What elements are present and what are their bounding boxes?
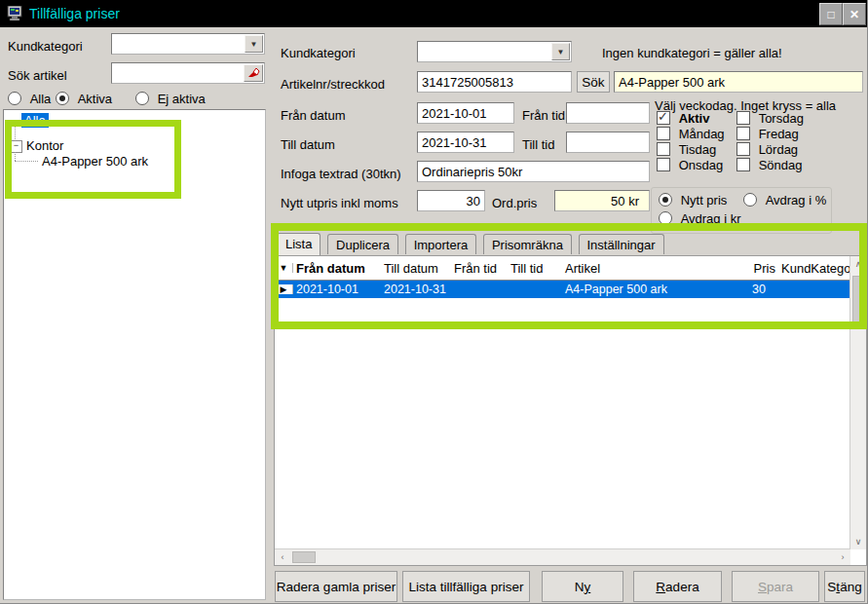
artikel-name-field[interactable]: A4-Papper 500 ark xyxy=(614,71,863,93)
fran-tid-input[interactable] xyxy=(566,102,650,124)
table-row[interactable]: ▶ 2021-10-01 2021-10-31 A4-Papper 500 ar… xyxy=(275,281,850,298)
nytt-utpris-label: Nytt utpris inkl moms xyxy=(281,196,398,210)
tab-strip: Lista Duplicera Importera Prisomräkna In… xyxy=(277,234,667,256)
scroll-left-icon[interactable]: ‹ xyxy=(277,549,288,565)
ny-button[interactable]: Ny xyxy=(542,571,623,602)
filter-radio-aktiva[interactable]: Aktiva xyxy=(56,92,112,106)
checkbox-onsdag[interactable]: Onsdag xyxy=(657,158,723,172)
price-list-panel: ▼ Från datum Till datum Från tid Till ti… xyxy=(274,255,867,566)
checkbox-icon xyxy=(657,127,670,140)
maximize-button[interactable]: □ xyxy=(819,3,843,25)
col-pris[interactable]: Pris xyxy=(739,261,778,276)
col-artikel[interactable]: Artikel xyxy=(562,261,739,276)
temporary-prices-window: Tillfälliga priser □ ✕ Kundkategori ▼ Sö… xyxy=(0,0,868,604)
article-tree[interactable]: Alla − Kontor A4-Papper 500 ark xyxy=(3,109,266,600)
artikelnr-input[interactable]: 3141725005813 xyxy=(417,71,572,93)
app-icon xyxy=(7,6,24,21)
close-button[interactable]: ✕ xyxy=(843,3,866,25)
col-fran-datum[interactable]: Från datum xyxy=(293,261,381,276)
filter-radio-alla[interactable]: Alla xyxy=(8,92,51,106)
kundkategori-label: Kundkategori xyxy=(281,46,356,60)
infoga-input[interactable]: Ordinariepris 50kr xyxy=(417,161,650,182)
maximize-icon: □ xyxy=(827,8,834,21)
ordpris-label: Ord.pris xyxy=(492,196,537,210)
tab-importera[interactable]: Importera xyxy=(405,234,477,254)
fran-datum-input[interactable]: 2021-10-01 xyxy=(417,102,514,124)
scroll-right-icon[interactable]: › xyxy=(837,549,849,565)
radio-avdrag-procent[interactable]: Avdrag i % xyxy=(743,193,826,208)
titlebar[interactable]: Tillfälliga priser □ ✕ xyxy=(0,0,868,27)
ordpris-field: 50 kr xyxy=(554,190,650,211)
checkbox-icon xyxy=(657,158,670,171)
scroll-down-icon[interactable]: ∨ xyxy=(850,536,866,547)
lista-tillfalliga-priser-button[interactable]: Lista tillfälliga priser xyxy=(402,571,530,602)
kundkategori-left-label: Kundkategori xyxy=(8,39,83,54)
col-fran-tid[interactable]: Från tid xyxy=(451,261,508,276)
radio-selected-icon xyxy=(56,92,69,105)
scrollbar-thumb[interactable] xyxy=(852,276,864,324)
spara-button[interactable]: Spara xyxy=(732,571,819,602)
radio-selected-icon xyxy=(659,193,672,207)
infoga-label: Infoga textrad (30tkn) xyxy=(281,167,401,181)
chevron-down-icon[interactable]: ▼ xyxy=(245,35,263,53)
checkbox-tisdag[interactable]: Tisdag xyxy=(657,142,716,157)
checkbox-icon xyxy=(736,127,750,140)
stang-button[interactable]: Stäng xyxy=(824,571,865,602)
scrollbar-thumb[interactable] xyxy=(292,551,316,563)
tree-item-kontor[interactable]: Kontor xyxy=(26,138,63,153)
price-list: ▼ Från datum Till datum Från tid Till ti… xyxy=(275,256,850,549)
radio-nytt-pris[interactable]: Nytt pris xyxy=(659,193,727,208)
col-till-datum[interactable]: Till datum xyxy=(381,261,451,276)
radera-gamla-priser-button[interactable]: Radera gamla priser xyxy=(275,571,397,602)
till-datum-label: Till datum xyxy=(281,137,335,152)
tree-line xyxy=(15,152,16,161)
checkbox-icon xyxy=(657,142,670,156)
radio-avdrag-kr[interactable]: Avdrag i kr xyxy=(659,211,741,226)
till-tid-input[interactable] xyxy=(566,132,650,153)
checkbox-lordag[interactable]: Lördag xyxy=(736,142,798,157)
tab-installningar[interactable]: Inställningar xyxy=(579,234,664,254)
tab-lista[interactable]: Lista xyxy=(277,233,321,255)
till-datum-input[interactable]: 2021-10-31 xyxy=(417,132,514,153)
checkbox-mandag[interactable]: Måndag xyxy=(657,127,725,141)
clear-search-button[interactable] xyxy=(244,64,263,82)
checkbox-icon xyxy=(736,111,750,125)
tree-line xyxy=(10,120,21,121)
radio-icon xyxy=(659,211,672,225)
row-pointer-icon: ▶ xyxy=(275,284,293,294)
table-header-row[interactable]: ▼ Från datum Till datum Från tid Till ti… xyxy=(275,256,850,281)
till-tid-label: Till tid xyxy=(522,137,554,152)
sok-artikel-label: Sök artikel xyxy=(8,68,67,83)
fran-tid-label: Från tid xyxy=(522,108,565,123)
tab-prisomrakna[interactable]: Prisomräkna xyxy=(483,234,572,254)
checkbox-icon xyxy=(736,158,750,171)
col-kundkategori[interactable]: KundKategori xyxy=(778,261,850,276)
chevron-down-icon[interactable]: ▼ xyxy=(551,43,570,60)
nytt-utpris-input[interactable]: 30 xyxy=(417,190,485,211)
artikelnr-label: Artikelnr/streckkod xyxy=(281,77,385,92)
search-article-input[interactable] xyxy=(111,62,265,84)
kundkategori-left-combobox[interactable]: ▼ xyxy=(111,33,265,55)
checkbox-checked-icon xyxy=(657,111,670,125)
checkbox-sondag[interactable]: Söndag xyxy=(736,158,802,172)
radera-button[interactable]: Radera xyxy=(633,571,722,602)
tree-item-alla[interactable]: Alla xyxy=(21,113,49,128)
collapse-icon[interactable]: − xyxy=(10,140,22,153)
scroll-up-icon[interactable]: ∧ xyxy=(850,258,866,270)
horizontal-scrollbar[interactable]: ‹ › xyxy=(275,548,850,565)
radio-icon xyxy=(135,92,149,105)
checkbox-fredag[interactable]: Fredag xyxy=(736,127,799,141)
filter-arrow-icon[interactable]: ▼ xyxy=(275,263,293,273)
checkbox-aktiv[interactable]: Aktiv xyxy=(657,111,709,126)
tab-duplicera[interactable]: Duplicera xyxy=(327,234,398,254)
checkbox-torsdag[interactable]: Torsdag xyxy=(736,111,804,126)
kundkategori-combobox[interactable]: ▼ xyxy=(417,41,572,62)
col-till-tid[interactable]: Till tid xyxy=(508,261,562,276)
vertical-scrollbar[interactable]: ∧ ∨ xyxy=(849,256,866,549)
tree-item-a4-papper[interactable]: A4-Papper 500 ark xyxy=(42,154,148,169)
window-title: Tillfälliga priser xyxy=(29,6,120,21)
radio-icon xyxy=(743,193,757,207)
sok-button[interactable]: Sök xyxy=(577,71,610,93)
filter-radio-ej-aktiva[interactable]: Ej aktiva xyxy=(135,92,206,106)
fran-datum-label: Från datum xyxy=(281,108,345,123)
